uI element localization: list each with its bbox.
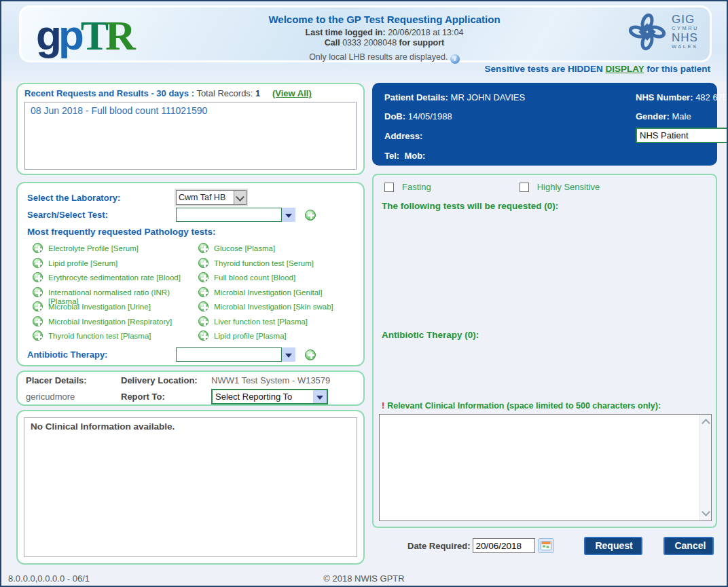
antibiotic-input[interactable] bbox=[176, 347, 282, 362]
pathology-test-item[interactable]: Erythrocyte sedimentation rate [Blood] bbox=[33, 272, 192, 287]
nhs-nhs-text: NHS bbox=[672, 32, 699, 43]
delivery-location-label: Delivery Location: bbox=[121, 375, 198, 385]
test-label: Glucose [Plasma] bbox=[214, 243, 275, 253]
view-all-link[interactable]: (View All) bbox=[272, 88, 312, 98]
add-test-icon[interactable] bbox=[198, 301, 208, 311]
date-required-input[interactable] bbox=[473, 538, 535, 553]
patient-type-selected-value: NHS Patient bbox=[637, 129, 728, 142]
scroll-up-icon[interactable] bbox=[702, 419, 710, 428]
call-label: Call bbox=[325, 38, 340, 48]
no-clinical-info-message: No Clinical Information available. bbox=[31, 421, 350, 432]
add-test-icon[interactable] bbox=[33, 258, 43, 268]
logo-letter-g: g bbox=[36, 12, 58, 58]
support-line: Call 0333 2008048 for support bbox=[218, 38, 551, 48]
highly-sensitive-label: Highly Sensitive bbox=[537, 182, 600, 192]
pathology-test-item[interactable]: Liver function test [Plasma] bbox=[198, 316, 357, 331]
add-test-icon[interactable] bbox=[33, 330, 43, 341]
pathology-test-item[interactable]: Microbial Investigation [Skin swab] bbox=[198, 301, 357, 316]
nhs-number-field: NHS Number: 482 675 6453 bbox=[636, 92, 728, 102]
pathology-test-item[interactable]: Thyroid function test [Plasma] bbox=[33, 330, 192, 345]
scroll-down-icon[interactable] bbox=[702, 508, 710, 516]
test-label: Full blood count [Blood] bbox=[214, 272, 295, 282]
textarea-scrollbar[interactable] bbox=[699, 415, 711, 520]
gender-field: Gender: Male bbox=[636, 111, 691, 121]
report-to-select[interactable]: Select Reporting To bbox=[211, 389, 328, 404]
copyright-text: © 2018 NWIS GPTR bbox=[1, 573, 727, 584]
pathology-test-item[interactable]: Glucose [Plasma] bbox=[198, 243, 357, 258]
test-label: Microbial Investigation [Skin swab] bbox=[214, 301, 333, 311]
nhs-wales-text: WALES bbox=[672, 44, 699, 50]
call-suffix: for support bbox=[399, 38, 445, 48]
pathology-test-item[interactable]: Microbial Investigation [Respiratory] bbox=[33, 316, 192, 331]
fasting-checkbox[interactable] bbox=[384, 183, 394, 192]
laboratory-selected-value: Cwm Taf HB bbox=[177, 193, 234, 202]
cancel-button[interactable]: Cancel bbox=[663, 537, 714, 555]
logo-letter-r: R bbox=[105, 12, 136, 58]
highly-sensitive-checkbox[interactable] bbox=[520, 183, 529, 192]
logo-letter-p: p bbox=[58, 12, 81, 58]
info-icon[interactable]: i bbox=[450, 54, 460, 64]
add-test-icon[interactable] bbox=[198, 287, 208, 297]
chevron-down-icon[interactable] bbox=[234, 191, 246, 204]
pathology-test-item[interactable]: Electrolyte Profile [Serum] bbox=[33, 243, 192, 258]
pathology-test-item[interactable]: Full blood count [Blood] bbox=[198, 272, 357, 287]
calendar-icon[interactable] bbox=[538, 538, 554, 553]
add-test-icon[interactable] bbox=[198, 272, 208, 282]
total-records-value: 1 bbox=[255, 88, 260, 98]
total-records-label: Total Records: bbox=[196, 88, 253, 98]
search-test-input[interactable] bbox=[176, 208, 282, 222]
chevron-down-icon[interactable] bbox=[313, 390, 327, 403]
patient-name-value: MR JOHN DAVIES bbox=[451, 92, 526, 102]
recent-results-list[interactable]: 08 Jun 2018 - Full blood count 111021590 bbox=[24, 102, 357, 170]
gptr-logo: gpTR bbox=[36, 9, 136, 62]
test-label: Microbial Investigation [Respiratory] bbox=[48, 316, 172, 326]
pathology-test-item[interactable]: Lipid profile [Serum] bbox=[33, 258, 192, 273]
sensitive-suffix: for this patient bbox=[647, 64, 710, 74]
address-field: Address: bbox=[384, 131, 422, 141]
placer-details-label: Placer Details: bbox=[26, 375, 87, 385]
action-row: Date Required: Request Cancel bbox=[372, 535, 725, 556]
add-test-icon[interactable] bbox=[33, 301, 43, 311]
add-test-icon[interactable] bbox=[33, 287, 43, 297]
lhb-notice-text: Only local LHB results are displayed. bbox=[309, 52, 448, 62]
dob-value: 14/05/1988 bbox=[408, 111, 452, 121]
clinical-info-textarea[interactable] bbox=[380, 415, 699, 520]
report-to-label: Report To: bbox=[121, 392, 165, 402]
pathology-test-item[interactable]: Thyroid function test [Serum] bbox=[198, 258, 357, 273]
nhs-number-value: 482 675 6453 bbox=[695, 92, 728, 102]
nhs-number-label: NHS Number: bbox=[636, 92, 693, 102]
patient-type-select[interactable]: NHS Patient bbox=[636, 128, 728, 143]
add-test-icon[interactable] bbox=[305, 210, 316, 221]
add-test-icon[interactable] bbox=[198, 330, 208, 341]
laboratory-panel: Select the Laboratory: Cwm Taf HB Search… bbox=[16, 182, 365, 366]
add-test-icon[interactable] bbox=[198, 316, 208, 326]
gender-value: Male bbox=[672, 111, 691, 121]
chevron-down-icon[interactable] bbox=[282, 208, 295, 222]
chevron-down-icon[interactable] bbox=[282, 347, 295, 362]
recent-requests-header: Recent Requests and Results - 30 days : … bbox=[24, 88, 357, 98]
display-sensitive-link[interactable]: DISPLAY bbox=[605, 64, 644, 74]
clinical-info-textarea-wrap bbox=[379, 414, 712, 521]
pathology-test-item[interactable]: International normalised ratio (INR) [Pl… bbox=[33, 287, 192, 302]
laboratory-select[interactable]: Cwm Taf HB bbox=[176, 190, 247, 205]
add-test-icon[interactable] bbox=[198, 243, 208, 253]
nhs-cymru-text: CYMRU bbox=[672, 26, 699, 31]
report-to-selected-value: Select Reporting To bbox=[213, 390, 313, 403]
pathology-test-item[interactable]: Lipid profile [Plasma] bbox=[198, 330, 357, 345]
recent-result-item[interactable]: 08 Jun 2018 - Full blood count 111021590 bbox=[31, 105, 350, 116]
add-test-icon[interactable] bbox=[33, 243, 43, 253]
test-label: Microbial Investigation [Urine] bbox=[48, 301, 151, 311]
patient-details-panel: Patient Details: MR JOHN DAVIES NHS Numb… bbox=[372, 83, 717, 166]
add-test-icon[interactable] bbox=[33, 316, 43, 326]
add-test-icon[interactable] bbox=[198, 258, 208, 268]
add-test-icon[interactable] bbox=[33, 272, 43, 282]
header-box: gpTR Welcome to the GP Test Requesting A… bbox=[19, 5, 712, 62]
request-button[interactable]: Request bbox=[584, 537, 642, 555]
pathology-test-item[interactable]: Microbial Investigation [Genital] bbox=[198, 287, 357, 302]
gptr-application-window: gpTR Welcome to the GP Test Requesting A… bbox=[0, 0, 728, 587]
add-antibiotic-icon[interactable] bbox=[305, 349, 316, 360]
pathology-test-item[interactable]: Microbial Investigation [Urine] bbox=[33, 301, 192, 316]
lhb-notice: Only local LHB results are displayed. i bbox=[218, 52, 551, 64]
nhs-wales-logo: GIG CYMRU NHS WALES bbox=[627, 12, 699, 52]
test-label: Thyroid function test [Serum] bbox=[214, 258, 314, 268]
